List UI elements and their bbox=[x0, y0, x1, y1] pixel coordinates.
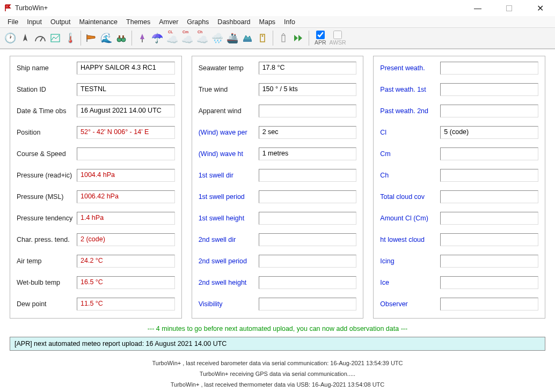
field-value[interactable] bbox=[440, 255, 538, 268]
field-label[interactable]: 2nd swell height bbox=[199, 279, 259, 286]
field-value[interactable]: 11.5 °C bbox=[77, 298, 175, 310]
menu-maintenance[interactable]: Maintenance bbox=[76, 17, 121, 27]
menu-input[interactable]: Input bbox=[24, 17, 45, 27]
field-label: Ship name bbox=[17, 64, 77, 72]
wave-icon[interactable]: 🌊 bbox=[99, 31, 113, 45]
field-label[interactable]: Cl bbox=[380, 129, 440, 136]
field-value[interactable]: 2 sec bbox=[259, 126, 357, 139]
field-value[interactable] bbox=[440, 190, 538, 203]
field-value[interactable]: 1004.4 hPa bbox=[77, 169, 175, 182]
close-button[interactable]: ✕ bbox=[529, 1, 551, 16]
forward-icon[interactable] bbox=[291, 31, 305, 45]
menu-amver[interactable]: Amver bbox=[156, 17, 181, 27]
field-value[interactable]: HAPPY SAILOR 4.3 RC1 bbox=[77, 62, 175, 75]
field-value[interactable] bbox=[440, 276, 538, 289]
awsr-check-input[interactable] bbox=[333, 31, 342, 39]
field-value[interactable]: 2 (code) bbox=[77, 233, 175, 246]
chart-icon[interactable] bbox=[48, 31, 62, 45]
compass-icon[interactable] bbox=[18, 31, 32, 45]
field-row: Pressure (MSL)1006.42 hPa bbox=[17, 190, 175, 203]
field-value[interactable] bbox=[259, 105, 357, 117]
footer-line: TurboWin+ , last received thermometer da… bbox=[0, 380, 555, 390]
field-value[interactable] bbox=[259, 276, 357, 289]
maximize-button[interactable] bbox=[498, 5, 520, 11]
clock-icon[interactable]: 🕐 bbox=[3, 31, 17, 45]
field-value[interactable] bbox=[440, 105, 538, 117]
field-label[interactable]: Cm bbox=[380, 150, 440, 158]
field-label[interactable]: Ice bbox=[380, 279, 440, 286]
field-value[interactable]: 17.8 °C bbox=[259, 62, 357, 75]
field-label[interactable]: (Wind) wave per bbox=[199, 129, 259, 136]
field-label[interactable]: 2nd swell dir bbox=[199, 236, 259, 243]
menu-file[interactable]: File bbox=[4, 17, 21, 27]
toolbar-separator bbox=[309, 31, 309, 46]
field-label[interactable]: Present weath. bbox=[380, 64, 440, 72]
field-value[interactable]: 150 ° / 5 kts bbox=[259, 83, 357, 96]
field-value[interactable] bbox=[77, 147, 175, 160]
field-value[interactable] bbox=[259, 298, 357, 310]
field-value[interactable]: 1.4 hPa bbox=[77, 212, 175, 225]
field-label[interactable]: (Wind) wave ht bbox=[199, 150, 259, 158]
field-value[interactable]: 1 metres bbox=[259, 147, 357, 160]
field-value[interactable] bbox=[440, 83, 538, 96]
field-value[interactable]: 5 (code) bbox=[440, 126, 538, 139]
apr-check-input[interactable] bbox=[316, 31, 325, 39]
thermometer-icon[interactable]: 🌡️ bbox=[63, 31, 77, 45]
field-value[interactable]: 1006.42 hPa bbox=[77, 190, 175, 203]
umbrella-open-icon[interactable]: ☂️ bbox=[150, 31, 164, 45]
windsock-icon[interactable] bbox=[84, 31, 98, 45]
field-label[interactable]: Past weath. 2nd bbox=[380, 107, 440, 115]
menu-graphs[interactable]: Graphs bbox=[184, 17, 212, 27]
tag-icon[interactable] bbox=[255, 31, 269, 45]
apr-checkbox[interactable]: APR bbox=[315, 31, 326, 46]
field-value[interactable] bbox=[440, 62, 538, 75]
field-label[interactable]: Icing bbox=[380, 257, 440, 265]
gauge-icon[interactable] bbox=[33, 31, 47, 45]
field-label[interactable]: ht lowest cloud bbox=[380, 236, 440, 243]
field-value[interactable] bbox=[440, 212, 538, 225]
field-label[interactable]: 1st swell period bbox=[199, 193, 259, 201]
cloud-cm-icon[interactable]: Cm☁️ bbox=[180, 31, 194, 45]
field-label[interactable]: 1st swell height bbox=[199, 215, 259, 222]
cloud-ch-icon[interactable]: Ch☁️ bbox=[195, 31, 209, 45]
field-value[interactable]: TESTNL bbox=[77, 83, 175, 96]
field-value[interactable] bbox=[440, 147, 538, 160]
field-value[interactable]: 24.2 °C bbox=[77, 255, 175, 268]
menu-dashboard[interactable]: Dashboard bbox=[214, 17, 253, 27]
field-row: 2nd swell dir bbox=[199, 233, 357, 246]
menu-themes[interactable]: Themes bbox=[123, 17, 154, 27]
field-label[interactable]: Observer bbox=[380, 300, 440, 308]
field-label[interactable]: Total cloud cov bbox=[380, 193, 440, 201]
field-value[interactable] bbox=[259, 169, 357, 182]
binoculars-icon[interactable] bbox=[114, 31, 128, 45]
field-value[interactable]: 16 August 2021 14.00 UTC bbox=[77, 105, 175, 117]
field-value[interactable] bbox=[440, 169, 538, 182]
menu-info[interactable]: Info bbox=[281, 17, 298, 27]
awsr-checkbox[interactable]: AWSR bbox=[330, 31, 346, 46]
field-label[interactable]: Visibility bbox=[199, 300, 259, 308]
lighthouse-icon[interactable] bbox=[276, 31, 290, 45]
field-value[interactable] bbox=[259, 190, 357, 203]
menu-maps[interactable]: Maps bbox=[256, 17, 279, 27]
umbrella-closed-icon[interactable] bbox=[135, 31, 149, 45]
field-value[interactable] bbox=[440, 233, 538, 246]
iceberg-icon[interactable] bbox=[240, 31, 254, 45]
cloud-cl-icon[interactable]: CL☁️ bbox=[165, 31, 179, 45]
field-value[interactable]: 52° - 42' N 006° - 14' E bbox=[77, 126, 175, 139]
ship-icon[interactable]: 🚢 bbox=[225, 31, 239, 45]
field-label[interactable]: Ch bbox=[380, 172, 440, 179]
rain-cloud-icon[interactable]: 🌧️ bbox=[210, 31, 224, 45]
field-label[interactable]: 1st swell dir bbox=[199, 172, 259, 179]
field-label[interactable]: 2nd swell period bbox=[199, 257, 259, 265]
field-value[interactable]: 16.5 °C bbox=[77, 276, 175, 289]
field-label[interactable]: Past weath. 1st bbox=[380, 86, 440, 93]
minimize-button[interactable]: — bbox=[467, 1, 488, 16]
menu-output[interactable]: Output bbox=[47, 17, 74, 27]
field-value[interactable] bbox=[259, 212, 357, 225]
field-label[interactable]: Amount Cl (Cm) bbox=[380, 215, 440, 222]
field-value[interactable] bbox=[440, 298, 538, 310]
field-value[interactable] bbox=[259, 233, 357, 246]
footer-line: TurboWin+ receiving GPS data via serial … bbox=[0, 369, 555, 380]
field-label: Pressure (read+ic) bbox=[17, 172, 77, 179]
field-value[interactable] bbox=[259, 255, 357, 268]
